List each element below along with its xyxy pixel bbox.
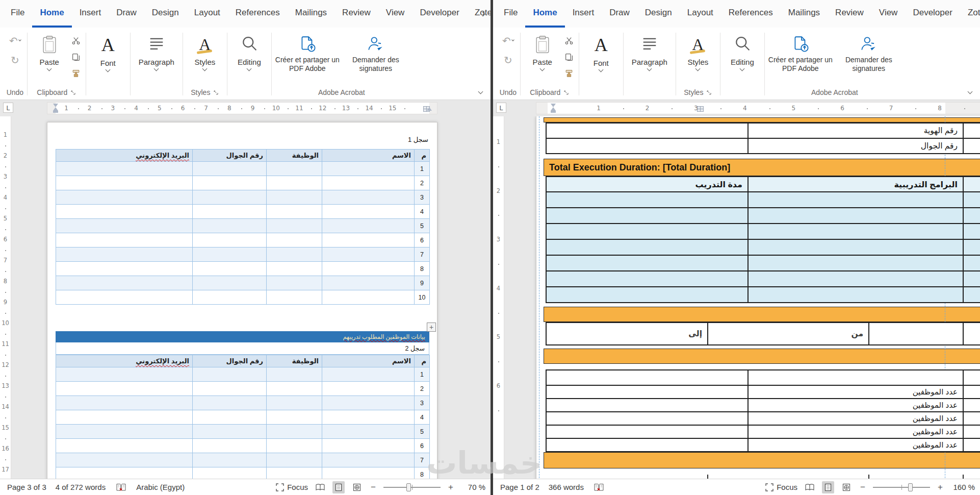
total-duration-row[interactable]: Total Execution Duration: [Total Duratio… — [544, 159, 980, 176]
table-cell[interactable] — [546, 192, 748, 208]
table-cell[interactable] — [322, 453, 415, 467]
tab-layout[interactable]: Layout — [680, 0, 721, 28]
table-cell[interactable] — [56, 176, 193, 190]
table-cell[interactable] — [546, 385, 748, 399]
tab-references[interactable]: References — [228, 0, 288, 28]
table-cell[interactable] — [267, 205, 322, 219]
styles-dialog-launcher[interactable] — [706, 90, 712, 95]
column-header[interactable]: رقم الجوال — [193, 150, 267, 162]
tab-developer[interactable]: Developer — [905, 0, 960, 28]
id-number-cell[interactable]: رقم الهوية — [748, 123, 963, 138]
tab-file[interactable]: File — [3, 0, 32, 28]
print-layout-icon[interactable] — [332, 481, 345, 493]
create-pdf-button[interactable]: Créer et partager un PDF Adobe — [768, 33, 833, 73]
tab-references[interactable]: References — [721, 0, 781, 28]
table-cell[interactable] — [193, 396, 267, 410]
tab-stop-selector[interactable]: L — [496, 103, 506, 113]
training-programs-header[interactable]: البرامج التدريبية — [748, 177, 963, 192]
row-number-cell[interactable]: 7 — [415, 247, 430, 262]
zoom-out-button[interactable]: − — [859, 482, 867, 492]
undo-button[interactable]: ↶ — [502, 34, 514, 48]
table-cell[interactable] — [963, 287, 980, 303]
table-cell[interactable] — [748, 192, 963, 208]
table-cell[interactable] — [546, 239, 748, 255]
tab-design[interactable]: Design — [144, 0, 187, 28]
table-cell[interactable] — [267, 410, 322, 425]
request-signatures-button[interactable]: Demander des signatures — [343, 33, 408, 73]
table-cell[interactable] — [546, 287, 748, 303]
table-cell[interactable] — [322, 219, 415, 233]
paragraph-button[interactable]: Paragraph — [134, 31, 179, 70]
table-cell[interactable] — [56, 219, 193, 233]
record1-title[interactable]: سجل 1 — [56, 136, 428, 149]
table2-banner[interactable]: بيانات الموظفين المطلوب تدريبهم — [56, 331, 429, 342]
tab-view[interactable]: View — [871, 0, 906, 28]
table-cell[interactable] — [56, 453, 193, 467]
zoom-in-button[interactable]: + — [447, 482, 455, 492]
table-cell[interactable] — [193, 247, 267, 262]
ribbon-collapse-chevron[interactable] — [478, 89, 483, 94]
tab-draw[interactable]: Draw — [602, 0, 637, 28]
table-cell[interactable] — [546, 255, 748, 271]
table-cell[interactable] — [963, 239, 980, 255]
table-cell[interactable] — [546, 425, 748, 438]
tab-design[interactable]: Design — [637, 0, 680, 28]
editing-button[interactable]: Editing — [724, 31, 761, 70]
paste-button[interactable]: Paste — [524, 31, 561, 70]
column-header[interactable]: م — [415, 150, 430, 162]
table-cell[interactable] — [322, 396, 415, 410]
tab-review[interactable]: Review — [334, 0, 378, 28]
table-cell[interactable] — [322, 233, 415, 247]
table-cell[interactable] — [267, 176, 322, 190]
table-cell[interactable] — [56, 262, 193, 276]
column-header[interactable]: الاسم — [322, 355, 415, 367]
table-cell[interactable] — [322, 205, 415, 219]
table-cell[interactable] — [748, 255, 963, 271]
table-cell[interactable] — [963, 399, 980, 412]
row-number-cell[interactable]: 6 — [415, 439, 430, 453]
tab-zotero[interactable]: Zotero — [467, 0, 491, 28]
zoom-level[interactable]: 70 % — [461, 483, 485, 491]
styles-dialog-launcher[interactable] — [213, 90, 219, 95]
table-cell[interactable] — [267, 425, 322, 439]
table-cell[interactable] — [267, 467, 322, 479]
table-cell[interactable] — [267, 262, 322, 276]
table-cell[interactable] — [869, 323, 963, 345]
tab-review[interactable]: Review — [828, 0, 871, 28]
request-signatures-button[interactable]: Demander des signatures — [836, 33, 901, 73]
table-cell[interactable] — [322, 176, 415, 190]
to-cell[interactable]: إلى — [546, 323, 708, 345]
zoom-slider-thumb[interactable] — [406, 483, 411, 491]
horizontal-ruler[interactable]: 123456789101112131415 — [47, 102, 437, 114]
document-page[interactable]: رقم الهوية رقم الجوال Total Execution Du… — [536, 116, 980, 479]
table-cell[interactable] — [56, 467, 193, 479]
format-painter-button[interactable] — [69, 67, 83, 80]
tab-draw[interactable]: Draw — [109, 0, 144, 28]
column-header[interactable]: الاسم — [322, 150, 415, 162]
copy-button[interactable] — [562, 51, 576, 63]
print-layout-icon[interactable] — [822, 481, 834, 493]
table-cell[interactable] — [193, 425, 267, 439]
table-cell[interactable] — [963, 192, 980, 208]
cut-button[interactable] — [69, 35, 83, 47]
table-cell[interactable] — [963, 412, 980, 425]
tab-overflow-chevron[interactable]: › — [482, 7, 485, 20]
table-cell[interactable] — [963, 138, 980, 154]
table-cell[interactable] — [56, 290, 193, 305]
table-cell[interactable] — [267, 162, 322, 176]
row-number-cell[interactable]: 2 — [415, 382, 430, 396]
tab-mailings[interactable]: Mailings — [288, 0, 334, 28]
table-cell[interactable] — [546, 399, 748, 412]
table-cell[interactable] — [963, 255, 980, 271]
row-number-cell[interactable]: 5 — [415, 425, 430, 439]
styles-button[interactable]: A Styles — [679, 31, 717, 70]
vertical-ruler[interactable]: 123456 — [493, 116, 504, 479]
table-cell[interactable] — [748, 271, 963, 287]
web-layout-icon[interactable] — [351, 481, 363, 493]
page-indicator[interactable]: Page 1 of 2 — [500, 483, 539, 491]
table-cell[interactable] — [267, 367, 322, 382]
redo-button[interactable]: ↻ — [9, 53, 21, 67]
table-move-handle-icon[interactable]: + — [427, 323, 436, 332]
table-cell[interactable] — [267, 219, 322, 233]
column-header[interactable]: البريد الإلكتروني — [56, 355, 193, 367]
